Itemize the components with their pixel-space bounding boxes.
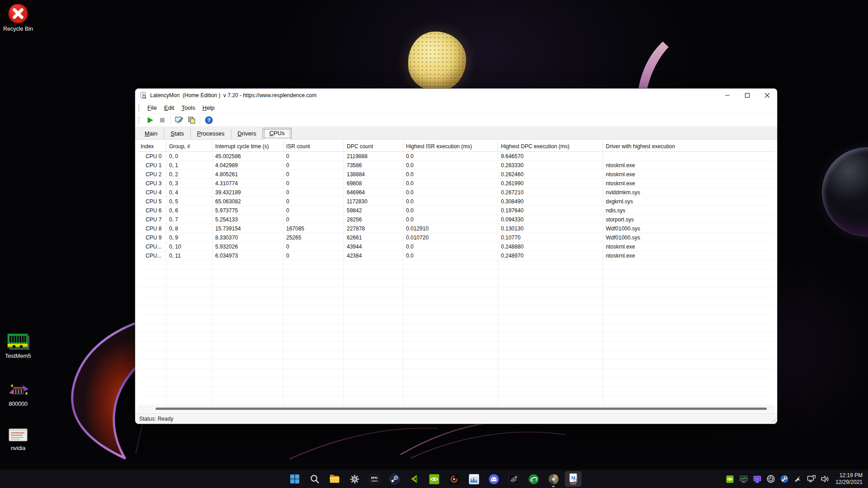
col-header-group[interactable]: Group, #: [166, 141, 212, 152]
table-row[interactable]: CPU 6 0, 6 5.973775 0 59842 0.0 0.197640…: [138, 206, 774, 215]
tab-stats[interactable]: Stats: [164, 129, 190, 139]
table-row[interactable]: CPU... 0, 11 6.034973 0 42384 0.0 0.2489…: [138, 251, 774, 260]
horizontal-scrollbar[interactable]: [138, 406, 774, 412]
sketch-app-button[interactable]: [504, 470, 524, 488]
help-button[interactable]: ?: [203, 115, 215, 126]
cell-dpc-count: [344, 369, 403, 378]
svg-text:?: ?: [207, 117, 210, 123]
chrome-profile-button[interactable]: [543, 470, 563, 488]
cell-isr-count: [283, 396, 344, 405]
col-header-highest-isr[interactable]: Highest ISR execution (ms): [403, 141, 498, 152]
maximize-button[interactable]: [737, 89, 757, 102]
table-row[interactable]: CPU 3 0, 3 4.310774 0 69808 0.0 0.261990…: [138, 179, 774, 188]
table-row-empty[interactable]: [138, 369, 774, 378]
tray-gpu-monitor[interactable]: [737, 470, 750, 488]
table-row-empty[interactable]: [138, 387, 774, 396]
table-row[interactable]: CPU 2 0, 2 4.805261 0 138884 0.0 0.26246…: [138, 170, 774, 179]
tray-steam[interactable]: [778, 470, 791, 488]
table-row-empty[interactable]: [138, 287, 774, 296]
tab-main[interactable]: Main: [138, 129, 164, 139]
performance-monitor-button[interactable]: [464, 470, 484, 488]
cell-driver: Wdf01000.sys: [603, 233, 774, 242]
col-header-isr-count[interactable]: ISR count: [283, 141, 344, 152]
table-row[interactable]: CPU... 0, 10 5.932026 0 43944 0.0 0.2488…: [138, 242, 774, 251]
col-header-highest-dpc[interactable]: Highest DPC execution (ms): [498, 141, 603, 152]
table-row-empty[interactable]: [138, 342, 774, 351]
tab-drivers[interactable]: Drivers: [231, 129, 263, 139]
settings-button[interactable]: [344, 470, 364, 488]
tray-nvidia-settings[interactable]: [723, 470, 737, 488]
menu-edit[interactable]: Edit: [160, 103, 178, 112]
nvidia-control-panel-button[interactable]: [424, 470, 444, 488]
table-row[interactable]: CPU 5 0, 5 65.063082 0 1172830 0.0 0.308…: [138, 197, 774, 206]
menu-help[interactable]: Help: [199, 103, 218, 112]
table-row[interactable]: CPU 7 0, 7 5.254133 0 28256 0.0 0.094330…: [138, 215, 774, 224]
tray-network[interactable]: [805, 470, 818, 488]
geforce-experience-button[interactable]: [404, 470, 424, 488]
tab-processes[interactable]: Processes: [190, 129, 231, 139]
cell-index: CPU 5: [138, 197, 166, 206]
cell-highest-dpc: [498, 287, 603, 296]
copy-button[interactable]: [185, 115, 198, 126]
titlebar[interactable]: LatencyMon (Home Edition ) v 7.20 - http…: [135, 89, 777, 102]
stop-monitor-button[interactable]: [156, 115, 168, 126]
menu-tools[interactable]: Tools: [178, 103, 198, 112]
close-button[interactable]: [757, 89, 777, 102]
resize-grip[interactable]: [771, 418, 776, 422]
menu-gripper[interactable]: [138, 104, 141, 112]
col-header-driver[interactable]: Driver with highest execution: [603, 141, 774, 152]
steam-button[interactable]: [384, 470, 404, 488]
tray-fps-counter[interactable]: 60: [750, 470, 764, 488]
menu-file[interactable]: File: [144, 103, 160, 112]
cell-dpc-count: 227878: [344, 224, 403, 233]
green-utility-button[interactable]: [524, 470, 543, 488]
table-row[interactable]: CPU 8 0, 8 15.739154 167085 227878 0.012…: [138, 224, 774, 233]
col-header-index[interactable]: Index: [138, 141, 166, 152]
table-row-empty[interactable]: [138, 360, 774, 369]
table-row[interactable]: CPU 1 0, 1 4.042989 0 73586 0.0 0.263330…: [138, 161, 774, 170]
table-row-empty[interactable]: [138, 296, 774, 305]
epic-games-button[interactable]: EPIC GAMES: [364, 470, 384, 488]
start-button[interactable]: [285, 470, 305, 488]
table-row-empty[interactable]: [138, 396, 774, 405]
epic-games-icon: EPIC GAMES: [369, 474, 380, 484]
taskbar-clock[interactable]: 12:19 PM 12/29/2021: [835, 472, 863, 486]
ryzen-master-button[interactable]: [444, 470, 464, 488]
table-row[interactable]: CPU 4 0, 4 39.432189 0 646964 0.0 0.2672…: [138, 188, 774, 197]
col-header-dpc-count[interactable]: DPC count: [344, 141, 403, 152]
col-header-interrupt-cycle-time[interactable]: Interrupt cycle time (s): [212, 141, 283, 152]
table-row-empty[interactable]: [138, 314, 774, 324]
tray-power-app[interactable]: [764, 470, 778, 488]
tray-afterburner[interactable]: [791, 470, 805, 488]
search-button[interactable]: [305, 470, 325, 488]
minimize-button[interactable]: [717, 89, 737, 102]
table-row-empty[interactable]: [138, 324, 774, 333]
table-row[interactable]: CPU 9 0, 9 8.330370 25265 62661 0.010720…: [138, 233, 774, 242]
start-monitor-button[interactable]: [144, 115, 156, 126]
discord-button[interactable]: [484, 470, 504, 488]
table-row-empty[interactable]: [138, 305, 774, 314]
scrollbar-thumb[interactable]: [156, 408, 767, 410]
table-row-empty[interactable]: [138, 378, 774, 387]
desktop-icon-recycle-bin[interactable]: Recycle Bin: [0, 3, 36, 32]
tray-volume[interactable]: [818, 470, 832, 488]
report-button[interactable]: [173, 115, 185, 126]
cell-group: [166, 296, 212, 305]
cell-highest-dpc: 0.261990: [498, 179, 603, 188]
desktop-icon-testmem5[interactable]: TestMem5: [0, 332, 36, 359]
desktop-icon-nvidia[interactable]: nvidia: [0, 426, 36, 451]
table-row-empty[interactable]: [138, 333, 774, 342]
toolbar-gripper[interactable]: [138, 117, 141, 124]
table-row-empty[interactable]: [138, 269, 774, 278]
cell-group: [166, 260, 212, 269]
table-row-empty[interactable]: [138, 351, 774, 360]
table-row-empty[interactable]: [138, 278, 774, 287]
table-row-empty[interactable]: [138, 260, 774, 269]
file-explorer-button[interactable]: [325, 470, 344, 488]
desktop-icon-800000[interactable]: 800000: [0, 380, 36, 407]
taskbar: EPIC GAMES: [0, 470, 868, 488]
latencymon-taskbar-button[interactable]: M: [563, 470, 583, 488]
table-row[interactable]: CPU 0 0, 0 45.002586 0 2119888 0.0 9.646…: [138, 152, 774, 161]
cell-dpc-count: 42384: [344, 251, 403, 260]
tab-cpus[interactable]: CPUs: [263, 128, 292, 140]
